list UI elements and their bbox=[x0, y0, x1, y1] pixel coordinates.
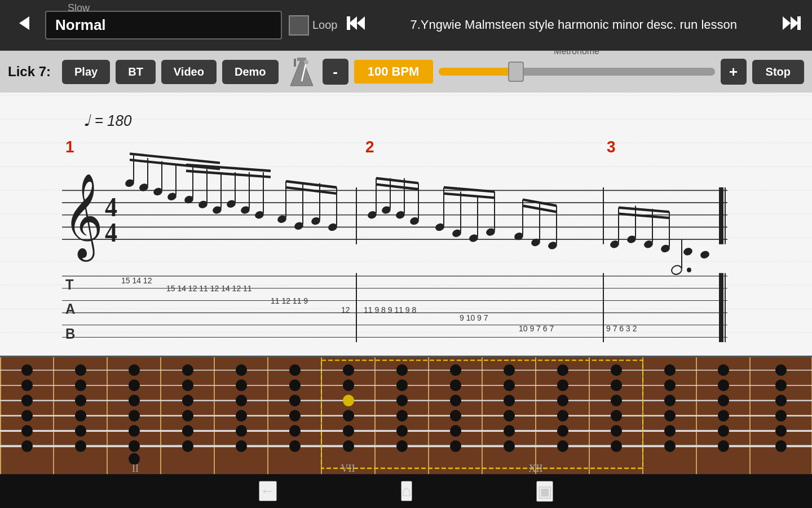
svg-text:11 9 8  9 11 9 8: 11 9 8 9 11 9 8 bbox=[364, 305, 416, 315]
svg-point-235 bbox=[450, 440, 461, 452]
svg-point-214 bbox=[182, 425, 193, 437]
svg-point-162 bbox=[611, 364, 622, 376]
svg-point-230 bbox=[182, 440, 193, 452]
svg-point-227 bbox=[75, 440, 86, 452]
notation-area: ♩ = 180 1 2 3 𝄞 4 4 bbox=[0, 93, 812, 356]
svg-point-231 bbox=[236, 440, 247, 452]
svg-point-165 bbox=[775, 364, 787, 376]
bpm-slider-thumb[interactable] bbox=[508, 62, 524, 82]
speed-label-above: Slow bbox=[68, 2, 90, 14]
svg-point-168 bbox=[129, 379, 140, 391]
demo-button[interactable]: Demo bbox=[222, 60, 279, 84]
svg-text:1: 1 bbox=[65, 137, 74, 156]
svg-text:B: B bbox=[65, 325, 75, 341]
svg-point-175 bbox=[504, 379, 515, 391]
svg-text:11 12 11 9: 11 12 11 9 bbox=[271, 296, 308, 305]
svg-point-216 bbox=[289, 425, 301, 437]
svg-point-191 bbox=[557, 395, 568, 406]
bt-button[interactable]: BT bbox=[116, 60, 156, 84]
svg-point-201 bbox=[289, 410, 301, 422]
svg-point-179 bbox=[718, 379, 729, 391]
svg-text:II: II bbox=[132, 463, 139, 474]
svg-text:♩ = 180: ♩ = 180 bbox=[83, 111, 131, 129]
android-home-button[interactable]: ⌂ bbox=[401, 481, 413, 501]
svg-point-180 bbox=[775, 379, 787, 391]
svg-point-228 bbox=[129, 440, 140, 452]
android-nav-bar: ← ⌂ ▣ bbox=[0, 474, 812, 508]
svg-point-170 bbox=[236, 379, 247, 391]
speed-selector[interactable]: Normal bbox=[45, 11, 282, 40]
bpm-plus-button[interactable]: + bbox=[721, 59, 747, 85]
svg-point-189 bbox=[450, 395, 461, 406]
svg-point-166 bbox=[21, 379, 33, 391]
svg-point-213 bbox=[129, 425, 140, 437]
svg-point-225 bbox=[775, 425, 787, 437]
android-back-button[interactable]: ← bbox=[259, 481, 277, 501]
play-button[interactable]: Play bbox=[62, 60, 110, 84]
svg-point-154 bbox=[182, 364, 193, 376]
svg-point-234 bbox=[396, 440, 408, 452]
svg-point-237 bbox=[557, 440, 568, 452]
svg-point-205 bbox=[504, 410, 515, 422]
svg-point-183 bbox=[129, 395, 140, 406]
android-recents-button[interactable]: ▣ bbox=[536, 481, 553, 502]
svg-point-184 bbox=[182, 395, 193, 406]
svg-point-200 bbox=[236, 410, 247, 422]
back-button[interactable] bbox=[9, 11, 38, 40]
svg-point-199 bbox=[182, 410, 193, 422]
svg-point-212 bbox=[75, 425, 86, 437]
svg-text:9 10 9 7: 9 10 9 7 bbox=[460, 313, 488, 323]
svg-point-238 bbox=[611, 440, 622, 452]
svg-point-210 bbox=[775, 410, 787, 422]
nav-next-button[interactable] bbox=[780, 12, 803, 39]
svg-text:2: 2 bbox=[365, 137, 374, 156]
svg-point-215 bbox=[236, 425, 247, 437]
svg-point-223 bbox=[664, 425, 676, 437]
loop-checkbox[interactable] bbox=[289, 15, 309, 36]
svg-point-188 bbox=[396, 395, 408, 406]
svg-point-204 bbox=[450, 410, 461, 422]
svg-point-160 bbox=[504, 364, 515, 376]
fretboard-svg: II VII XII bbox=[0, 357, 812, 474]
top-bar: Slow Normal Loop 7.Yngwie Malmsteen styl… bbox=[0, 0, 812, 51]
svg-point-241 bbox=[775, 440, 787, 452]
stop-button[interactable]: Stop bbox=[752, 60, 804, 84]
svg-rect-7 bbox=[294, 59, 296, 67]
svg-marker-0 bbox=[19, 16, 29, 30]
svg-point-163 bbox=[664, 364, 676, 376]
svg-point-224 bbox=[718, 425, 729, 437]
svg-point-197 bbox=[75, 410, 86, 422]
svg-point-220 bbox=[504, 425, 515, 437]
bpm-slider-container[interactable]: Metronome bbox=[439, 59, 715, 85]
svg-rect-4 bbox=[797, 16, 801, 30]
svg-text:12: 12 bbox=[341, 305, 350, 315]
svg-point-190 bbox=[504, 395, 515, 406]
svg-point-236 bbox=[504, 440, 515, 452]
svg-text:3: 3 bbox=[607, 137, 616, 156]
svg-text:T: T bbox=[65, 276, 74, 292]
svg-text:𝄞: 𝄞 bbox=[63, 174, 103, 262]
svg-rect-12 bbox=[0, 93, 812, 356]
svg-point-192 bbox=[611, 395, 622, 406]
svg-text:A: A bbox=[65, 300, 75, 317]
svg-point-169 bbox=[182, 379, 193, 391]
svg-point-240 bbox=[718, 440, 729, 452]
svg-point-217 bbox=[343, 425, 354, 437]
svg-point-155 bbox=[236, 364, 247, 376]
svg-text:VII: VII bbox=[341, 463, 355, 474]
svg-point-159 bbox=[450, 364, 461, 376]
bpm-slider-track[interactable] bbox=[439, 68, 715, 76]
nav-prev-button[interactable] bbox=[345, 12, 367, 39]
svg-point-198 bbox=[129, 410, 140, 422]
svg-point-9 bbox=[304, 60, 308, 64]
bpm-minus-button[interactable]: - bbox=[323, 59, 348, 85]
svg-text:4: 4 bbox=[105, 218, 117, 248]
svg-point-219 bbox=[450, 425, 461, 437]
video-button[interactable]: Video bbox=[161, 60, 217, 84]
svg-point-156 bbox=[289, 364, 301, 376]
svg-point-195 bbox=[775, 395, 787, 406]
svg-point-221 bbox=[557, 425, 568, 437]
svg-point-171 bbox=[289, 379, 301, 391]
svg-point-182 bbox=[75, 395, 86, 406]
sheet-music: ♩ = 180 1 2 3 𝄞 4 4 bbox=[0, 93, 812, 356]
